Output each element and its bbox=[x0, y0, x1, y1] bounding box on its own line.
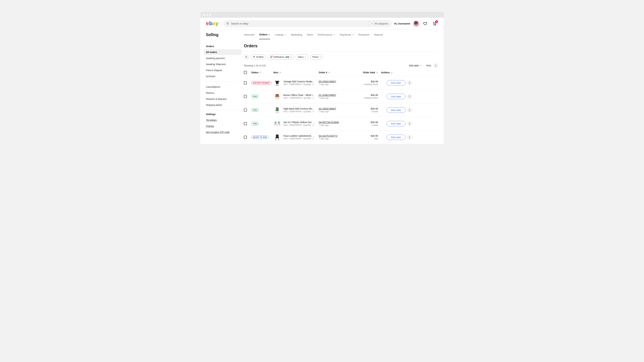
nav-tab-reports[interactable]: Reports bbox=[374, 30, 383, 39]
svg-point-14 bbox=[436, 66, 436, 66]
row-more-button[interactable] bbox=[407, 135, 412, 140]
order-number-link[interactable]: 54-10275-019772 bbox=[319, 134, 350, 137]
svg-point-38 bbox=[410, 124, 410, 125]
all-filters-chip[interactable]: All filters bbox=[250, 54, 266, 60]
column-order-number[interactable]: Order # bbox=[319, 71, 350, 74]
sidebar-item[interactable]: Returns bbox=[204, 90, 242, 96]
svg-text:e: e bbox=[206, 20, 209, 26]
svg-rect-16 bbox=[275, 81, 279, 82]
order-number-link[interactable]: 02-10542-89507 bbox=[319, 107, 350, 110]
sidebar-item[interactable]: Cancellations bbox=[204, 84, 242, 90]
order-total: $49.99 bbox=[350, 121, 378, 124]
item-sku: SKU : A43BTR5678 · Quantity : 1 bbox=[284, 110, 314, 113]
sidebar-item[interactable]: Templates bbox=[204, 117, 242, 123]
row-checkbox[interactable] bbox=[244, 81, 247, 84]
sidebar-item[interactable]: Archived bbox=[204, 74, 242, 79]
period-filter-chip[interactable]: Period bbox=[310, 54, 323, 60]
edit-order-button[interactable]: Edit order bbox=[386, 121, 406, 126]
row-checkbox[interactable] bbox=[244, 122, 247, 125]
row-checkbox[interactable] bbox=[244, 136, 247, 139]
sidebar-item[interactable]: All orders bbox=[204, 49, 242, 55]
section-title: Selling bbox=[206, 32, 244, 37]
item-name: Set of 2 Plastic Hollow Out C... bbox=[284, 121, 315, 124]
nav-tab-store[interactable]: Store bbox=[307, 30, 313, 39]
row-more-button[interactable] bbox=[407, 94, 412, 99]
page-body: Orders All ordersAwaiting paymentAwaitin… bbox=[200, 40, 444, 144]
main-content: Orders All filters bbox=[244, 44, 438, 144]
ebay-logo-icon[interactable]: e b a y bbox=[206, 20, 221, 27]
svg-rect-39 bbox=[276, 134, 278, 137]
svg-point-22 bbox=[410, 83, 410, 83]
status-badge: PAID bbox=[251, 95, 259, 98]
column-item[interactable]: Item bbox=[273, 71, 319, 74]
sidebar-item[interactable]: Item location ZIP code bbox=[204, 129, 242, 135]
cart-button[interactable]: 9 bbox=[431, 20, 438, 27]
sidebar-item[interactable]: Awaiting Shipment bbox=[204, 62, 242, 67]
row-more-button[interactable] bbox=[407, 108, 412, 112]
nav-tabs: OverviewOrdersListingsMarketingStorePerf… bbox=[244, 30, 383, 39]
chevron-down-icon bbox=[352, 34, 354, 36]
favorites-button[interactable] bbox=[422, 20, 429, 27]
print-button[interactable]: Print bbox=[426, 64, 431, 67]
search-filter-button[interactable] bbox=[244, 54, 249, 60]
order-number-link[interactable]: 01-10542-89507 bbox=[319, 94, 350, 96]
payment-status: Unpaid bbox=[350, 110, 378, 113]
status-filter-chip[interactable]: Status bbox=[296, 54, 308, 60]
nav-tab-marketing[interactable]: Marketing bbox=[291, 30, 302, 39]
notifications-chip[interactable]: Notifications (12) bbox=[268, 54, 294, 60]
notifications-label: Notifications bbox=[273, 56, 284, 58]
svg-point-8 bbox=[246, 56, 247, 58]
sidebar-item[interactable]: Request & disputes bbox=[204, 96, 242, 102]
row-checkbox[interactable] bbox=[244, 95, 247, 98]
search-input[interactable] bbox=[231, 22, 366, 25]
page-title: Orders bbox=[244, 44, 438, 52]
product-thumbnail bbox=[273, 120, 281, 128]
status-filter-label: Status bbox=[298, 56, 304, 58]
window-dot-minimize-icon[interactable] bbox=[206, 14, 208, 16]
site-header: e b a y All categories Hi, Username! bbox=[200, 18, 444, 30]
item-name: Brown Office Chair - NEW IN... bbox=[284, 94, 315, 96]
sidebar-item[interactable]: Shipping labels bbox=[204, 102, 242, 108]
sidebar-item[interactable]: Paid & shipped bbox=[204, 68, 242, 73]
table-meta-row: Showing 1-24 of 120 Edit table Print bbox=[244, 63, 438, 68]
edit-order-button[interactable]: Edit order bbox=[386, 80, 406, 86]
nav-tab-performance[interactable]: Performance bbox=[318, 30, 335, 39]
column-order-total[interactable]: Order total bbox=[350, 71, 378, 74]
order-total: $49.99 bbox=[350, 94, 378, 96]
nav-tab-overview[interactable]: Overview bbox=[244, 30, 254, 39]
edit-order-button[interactable]: Edit order bbox=[386, 94, 406, 99]
edit-table-button[interactable]: Edit table bbox=[409, 64, 422, 67]
table-row: PAIDHigh-Back Mid-Century Mo...SKU : A43… bbox=[244, 103, 438, 117]
order-number-link[interactable]: 00-10542-89507 bbox=[319, 80, 350, 83]
window-dot-close-icon[interactable] bbox=[203, 14, 205, 16]
column-actions[interactable]: Actions bbox=[378, 71, 412, 74]
nav-tab-label: Payments bbox=[340, 33, 351, 36]
nav-tab-payments[interactable]: Payments bbox=[340, 30, 354, 39]
nav-tab-label: Research bbox=[358, 33, 369, 36]
avatar[interactable] bbox=[413, 21, 419, 27]
order-number-link[interactable]: 04-091734-012846 bbox=[319, 121, 350, 124]
order-total: $49.99 bbox=[350, 107, 378, 110]
edit-order-button[interactable]: Edit order bbox=[386, 134, 406, 140]
product-thumbnail bbox=[273, 106, 281, 114]
nav-tab-listings[interactable]: Listings bbox=[275, 30, 286, 39]
svg-rect-40 bbox=[276, 137, 279, 138]
select-all-checkbox[interactable] bbox=[244, 71, 247, 74]
column-status[interactable]: Status bbox=[251, 71, 273, 74]
svg-point-23 bbox=[410, 84, 410, 84]
order-total: $49.99 bbox=[350, 80, 378, 83]
table-more-button[interactable] bbox=[433, 63, 438, 68]
notifications-count: (12) bbox=[286, 56, 289, 58]
sidebar-item[interactable]: Policies bbox=[204, 123, 242, 129]
window-dot-maximize-icon[interactable] bbox=[209, 14, 211, 16]
categories-dropdown[interactable]: All categories bbox=[368, 20, 391, 27]
row-checkbox[interactable] bbox=[244, 108, 247, 112]
edit-order-button[interactable]: Edit order bbox=[386, 107, 406, 113]
sidebar-item[interactable]: Awaiting payment bbox=[204, 55, 242, 61]
row-more-button[interactable] bbox=[407, 121, 412, 126]
payment-status: Paid bbox=[350, 138, 378, 140]
nav-tab-orders[interactable]: Orders bbox=[259, 30, 270, 39]
row-more-button[interactable] bbox=[407, 80, 412, 85]
nav-tab-research[interactable]: Research bbox=[358, 30, 369, 39]
product-thumbnail bbox=[273, 133, 281, 141]
